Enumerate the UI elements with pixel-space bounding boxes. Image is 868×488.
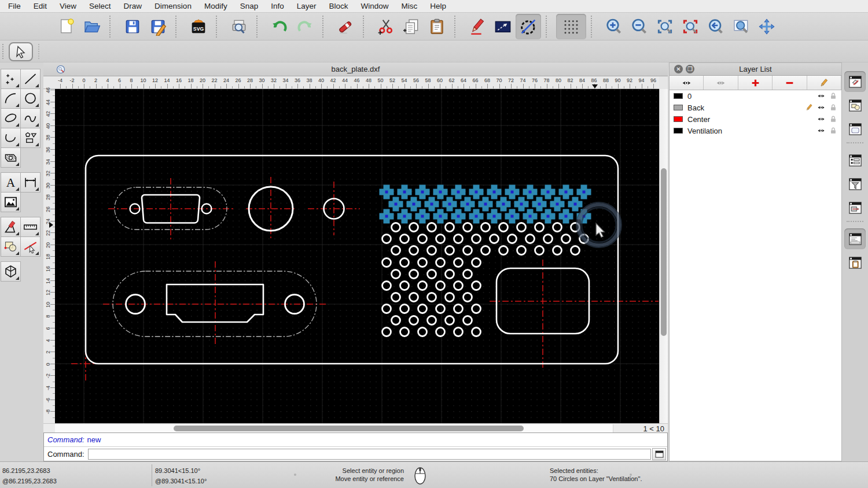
property-editor-dock-button[interactable] [844, 150, 866, 171]
drawing-canvas[interactable] [55, 89, 659, 423]
menu-misc[interactable]: Misc [402, 2, 418, 10]
layer-row-0[interactable]: 0 [670, 90, 841, 102]
toolbar-drag-handle[interactable] [2, 44, 4, 59]
svg-export-button[interactable]: SVG [186, 14, 211, 39]
zoom-in-button[interactable] [601, 14, 627, 39]
spline-tool-button[interactable] [20, 108, 41, 128]
layer-color-swatch[interactable] [674, 93, 683, 99]
menu-window[interactable]: Window [361, 2, 389, 10]
save-document-button[interactable] [120, 14, 145, 39]
menu-select[interactable]: Select [89, 2, 111, 10]
redo-button[interactable] [292, 14, 318, 39]
save-as-button[interactable] [145, 14, 171, 39]
view-toolbox-dock-button[interactable] [844, 197, 866, 218]
layer-row-center[interactable]: Center [670, 113, 841, 125]
modify-tool-button[interactable] [20, 236, 41, 257]
selection-filter-dock-button[interactable] [844, 173, 866, 194]
menu-snap[interactable]: Snap [240, 2, 259, 10]
layer-row-ventilation[interactable]: Ventilation [670, 125, 841, 136]
menu-file[interactable]: File [8, 2, 21, 10]
points-tool-button[interactable] [1, 69, 21, 89]
zoom-window-button[interactable] [729, 14, 754, 39]
command-input[interactable] [88, 449, 651, 460]
toolbar-drag-handle[interactable] [38, 44, 40, 59]
add-layer-button[interactable] [738, 76, 773, 90]
cut-button[interactable] [373, 14, 399, 39]
zoomauto-icon [656, 17, 674, 36]
zoom-out-button[interactable] [627, 14, 652, 39]
submenu-corner [16, 207, 19, 210]
menu-view[interactable]: View [60, 2, 76, 10]
zoom-pan-button[interactable] [754, 14, 779, 39]
draw-pen-button[interactable] [465, 14, 490, 39]
layer-lock-icon [829, 115, 837, 123]
remove-layer-button[interactable] [773, 76, 807, 90]
menu-block[interactable]: Block [329, 2, 348, 10]
h-ruler-label: 76 [532, 77, 538, 83]
v-ruler-label: 44 [45, 98, 51, 106]
menu-info[interactable]: Info [271, 2, 284, 10]
layer-color-swatch[interactable] [674, 128, 683, 134]
layer-panel-titlebar[interactable]: ✕ ❐ Layer List [670, 63, 841, 76]
solid-tool-button[interactable] [1, 261, 21, 282]
delete-erase-button[interactable] [333, 14, 358, 39]
v-ruler-label: 18 [45, 253, 51, 261]
open-document-button[interactable] [79, 14, 105, 39]
vertical-scrollbar-thumb[interactable] [661, 168, 667, 336]
library-browser-dock-button[interactable] [844, 119, 866, 139]
horizontal-scrollbar-thumb[interactable] [174, 426, 524, 431]
zoomwin-icon [732, 17, 751, 36]
cad-tools-tool-button[interactable] [1, 217, 21, 237]
line-tool-button[interactable] [20, 69, 41, 89]
print-preview-button[interactable] [226, 14, 252, 39]
vertical-scrollbar[interactable] [659, 89, 668, 423]
circle-tool-button[interactable] [20, 88, 41, 109]
grid-toggle-button[interactable] [556, 14, 586, 39]
shapes-tool-button[interactable] [20, 128, 41, 148]
paste-button[interactable] [424, 14, 450, 39]
statusbar-separator [152, 464, 152, 486]
arc-tool-button[interactable] [1, 88, 21, 109]
layer-name: 0 [687, 92, 817, 101]
zoom-selection-button[interactable] [678, 14, 703, 39]
layer-color-swatch[interactable] [674, 105, 683, 110]
copy-button[interactable] [399, 14, 424, 39]
measure-tool-button[interactable] [20, 217, 41, 237]
clipboard-panel-dock-button[interactable] [844, 252, 866, 273]
layer-color-swatch[interactable] [674, 116, 683, 122]
polyline-tool-button[interactable] [1, 128, 21, 148]
menu-layer[interactable]: Layer [297, 2, 317, 10]
h-ruler-label: 88 [603, 77, 609, 83]
submenu-corner [16, 276, 19, 280]
selection-mode-button[interactable] [490, 14, 516, 39]
layer-list-dock-button[interactable] [844, 71, 866, 92]
layer-row-back[interactable]: Back [670, 102, 841, 113]
selection-arrow-tool-button[interactable] [9, 42, 33, 61]
cad-drawing[interactable] [55, 89, 659, 423]
ellipse-tool-button[interactable] [1, 108, 21, 128]
v-ruler-label: 16 [45, 265, 51, 273]
submenu-corner [35, 232, 39, 235]
hatch-tool-button[interactable] [1, 147, 21, 168]
block-tool-button[interactable] [1, 236, 21, 257]
menu-help[interactable]: Help [430, 2, 446, 10]
command-options-button[interactable] [652, 448, 666, 460]
restrict-orthogonal-off-button[interactable] [516, 14, 541, 39]
new-document-button[interactable] [54, 14, 79, 39]
menu-edit[interactable]: Edit [34, 2, 47, 10]
menu-dimension[interactable]: Dimension [155, 2, 192, 10]
dimension-tool-button[interactable] [20, 172, 41, 193]
menu-draw[interactable]: Draw [124, 2, 142, 10]
zoom-auto-button[interactable] [652, 14, 678, 39]
zoom-previous-button[interactable] [703, 14, 729, 39]
edit-layer-button[interactable] [807, 76, 841, 90]
image-tool-button[interactable] [1, 192, 21, 212]
undo-button[interactable] [267, 14, 292, 39]
hide-all-layers-button[interactable] [704, 76, 738, 90]
text-tool-button[interactable]: A [1, 172, 21, 193]
command-line-dock-button[interactable] [844, 228, 866, 249]
horizontal-scrollbar[interactable] [55, 424, 613, 432]
show-all-layers-button[interactable] [670, 76, 704, 90]
block-list-dock-button[interactable] [844, 95, 866, 116]
menu-modify[interactable]: Modify [204, 2, 227, 10]
